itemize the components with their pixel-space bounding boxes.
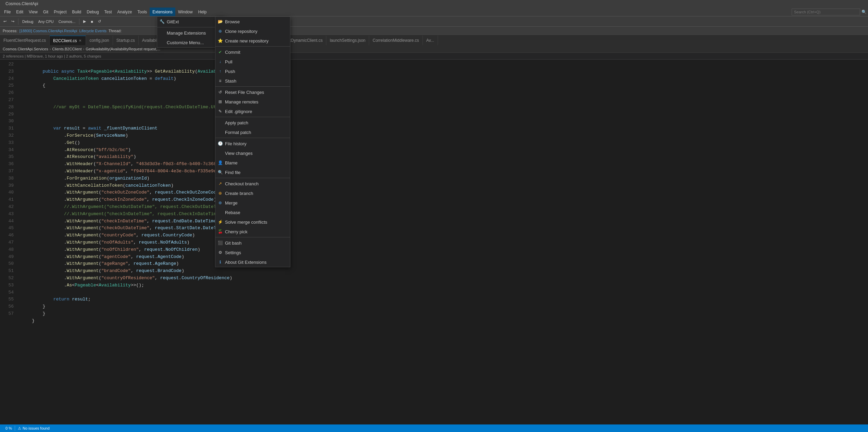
menu-file[interactable]: File <box>1 8 13 16</box>
tab-label: AvailabilityRequest.cs <box>142 38 182 43</box>
breadcrumb-sep: › <box>50 47 51 51</box>
menu-debug[interactable]: Debug <box>84 8 101 16</box>
window-title: Cosmos.ClientApi <box>5 1 38 6</box>
tab-controller[interactable]: ntroller.cs <box>202 36 226 45</box>
tab-de[interactable]: De... <box>186 36 201 45</box>
menu-bar: File Edit View Git Project Build Debug T… <box>0 8 868 16</box>
tab-av[interactable]: Av... <box>423 36 438 45</box>
breadcrumb-path[interactable]: Cosmos.ClientApi.Services <box>3 47 48 51</box>
redo-button[interactable]: ↪ <box>9 18 16 25</box>
tab-label: CorrelationMiddleware.cs <box>373 38 419 43</box>
title-bar: Cosmos.ClientApi <box>0 0 868 8</box>
search-icon[interactable]: 🔍 <box>861 10 867 14</box>
stop-button[interactable]: ■ <box>89 18 95 25</box>
search-input[interactable] <box>792 9 860 15</box>
menu-tools[interactable]: Tools <box>135 8 150 16</box>
breadcrumb-class[interactable]: Clients.B2CClient <box>52 47 81 51</box>
tab-label: SwaggerMiddleware.cs <box>230 38 272 43</box>
menu-edit[interactable]: Edit <box>13 8 26 16</box>
tab-availability-request[interactable]: AvailabilityRequest.cs <box>139 36 186 45</box>
run-button[interactable]: ▶ <box>81 18 88 25</box>
tab-label: Av... <box>426 38 434 43</box>
issues-text: No issues found <box>23 426 50 430</box>
thread-label: Thread: <box>109 29 122 33</box>
menu-window[interactable]: Window <box>175 8 196 16</box>
process-label: Process: <box>3 29 17 33</box>
menu-project[interactable]: Project <box>51 8 69 16</box>
tab-label: FluentClientRequest.cs <box>3 38 46 43</box>
breadcrumb-method[interactable]: GetAvailability(AvailabilityRequest requ… <box>86 47 160 51</box>
tab-correlation[interactable]: CorrelationMiddleware.cs <box>369 36 423 45</box>
tab-swagger[interactable]: SwaggerMiddleware.cs <box>226 36 276 45</box>
code-area: 22 23 24 25 26 27 28 29 30 31 32 33 34 3… <box>0 60 868 432</box>
tab-label: Startup.cs <box>116 38 135 43</box>
tab-label: ntroller.cs <box>205 38 223 43</box>
breadcrumb-bar: Cosmos.ClientApi.Services › Clients.B2CC… <box>0 45 868 53</box>
no-issues-indicator[interactable]: ⚠ No issues found <box>15 426 52 431</box>
menu-help[interactable]: Help <box>196 8 210 16</box>
zoom-value: 0 % <box>5 426 12 430</box>
tab-label: FluentDynamicClient.cs <box>279 38 323 43</box>
process-bar: Process: [18800] Cosmos.ClientApi.RestAp… <box>0 27 868 35</box>
menu-view[interactable]: View <box>26 8 40 16</box>
menu-git[interactable]: Git <box>40 8 51 16</box>
menu-extensions[interactable]: Extensions <box>150 8 175 16</box>
tab-launch-settings[interactable]: launchSettings.json <box>326 36 369 45</box>
menu-test[interactable]: Test <box>102 8 115 16</box>
cpu-config[interactable]: Any CPU <box>36 18 55 25</box>
zoom-indicator[interactable]: 0 % <box>3 426 15 430</box>
status-bar: 0 % ⚠ No issues found <box>0 424 868 432</box>
menu-analyze[interactable]: Analyze <box>115 8 135 16</box>
code-refs-info: 2 references | MB\brave, 1 hour ago | 2 … <box>3 54 101 58</box>
tab-b2cclient[interactable]: B2CClient.cs ✕ <box>50 36 86 45</box>
code-info-bar: 2 references | MB\brave, 1 hour ago | 2 … <box>0 53 868 60</box>
issues-icon: ⚠ <box>18 426 21 431</box>
debug-config[interactable]: Debug <box>20 18 35 25</box>
tab-close-button[interactable]: ✕ <box>78 38 82 43</box>
menu-build[interactable]: Build <box>70 8 84 16</box>
project-name[interactable]: Cosmos... <box>56 18 78 25</box>
tab-fluent-dynamic[interactable]: FluentDynamicClient.cs <box>276 36 326 45</box>
tab-config[interactable]: config.json <box>86 36 113 45</box>
tab-label: config.json <box>89 38 109 43</box>
tab-label: B2CClient.cs <box>53 38 77 43</box>
undo-button[interactable]: ↩ <box>1 18 9 25</box>
code-content[interactable]: public async Task<Pageable<Availability>… <box>17 60 868 432</box>
breadcrumb-sep2: › <box>83 47 85 51</box>
restart-button[interactable]: ↺ <box>96 18 103 25</box>
line-numbers: 22 23 24 25 26 27 28 29 30 31 32 33 34 3… <box>0 60 17 432</box>
tabs-bar: FluentClientRequest.cs B2CClient.cs ✕ co… <box>0 35 868 45</box>
tab-label: De... <box>189 38 198 43</box>
lifecycle-label[interactable]: Lifecycle Events <box>79 29 106 33</box>
tab-fluent-client[interactable]: FluentClientRequest.cs <box>0 36 50 45</box>
tab-startup[interactable]: Startup.cs <box>113 36 139 45</box>
process-value[interactable]: [18800] Cosmos.ClientApi.RestApi <box>20 29 77 33</box>
tab-label: launchSettings.json <box>330 38 365 43</box>
toolbar: ↩ ↪ Debug Any CPU Cosmos... ▶ ■ ↺ <box>0 16 868 27</box>
